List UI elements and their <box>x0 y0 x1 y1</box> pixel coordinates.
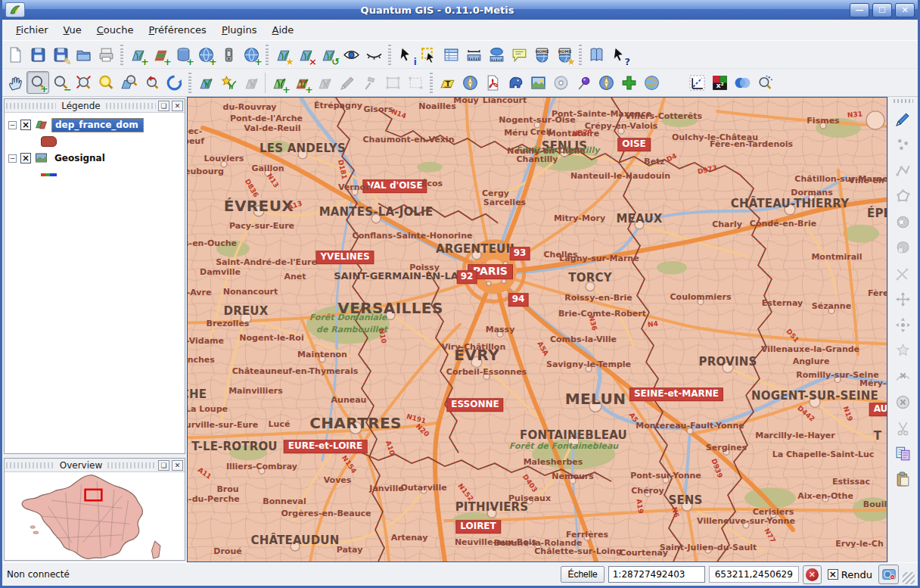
grass-add-raster-layer-button[interactable]: + <box>291 71 313 94</box>
overview-map[interactable] <box>5 472 185 560</box>
layer-name[interactable]: Geosignal <box>51 152 110 165</box>
add-to-overview-button[interactable]: ↺ <box>317 43 340 66</box>
plugin-mapserver-export-button[interactable] <box>504 71 527 94</box>
capture-point-button[interactable] <box>892 134 915 156</box>
projection-button[interactable] <box>878 565 899 584</box>
menu-plugins[interactable]: Plugins <box>214 20 265 39</box>
zoom-to-layer-button[interactable] <box>117 71 140 94</box>
cut-features-button[interactable] <box>892 417 915 439</box>
measure-line-button[interactable] <box>462 43 485 66</box>
legend-layer-geosignal[interactable]: −×Geosignal <box>6 149 183 167</box>
legend-drag-handle[interactable] <box>6 103 56 109</box>
render-checkbox-box[interactable]: × <box>828 569 838 580</box>
copy-features-button[interactable] <box>892 443 915 465</box>
right-toolbar-grip[interactable] <box>894 99 913 103</box>
plugin-globe-button[interactable] <box>640 71 663 94</box>
pan-map-button[interactable] <box>4 71 26 94</box>
zoom-in-button[interactable]: + <box>26 71 49 94</box>
refresh-map-button[interactable] <box>163 71 185 94</box>
capture-line-button[interactable] <box>892 160 915 182</box>
map-canvas[interactable]: ÉVREUXVERSAILLESÉVRYCHARTRESMELUNLES AND… <box>187 97 887 562</box>
plugin-compass-2-button[interactable] <box>595 71 617 94</box>
legend-close-button[interactable]: ✕ <box>172 101 183 111</box>
show-bookmarks-button[interactable]: HOME <box>530 43 553 66</box>
plugin-interpolation-button[interactable] <box>549 71 572 94</box>
open-project-button[interactable] <box>72 43 95 66</box>
plugin-north-arrow-button[interactable] <box>458 71 481 94</box>
grass-edit-layer-button[interactable] <box>336 71 359 94</box>
close-button[interactable]: ✕ <box>895 3 915 17</box>
overview-close-button[interactable]: ✕ <box>172 460 183 471</box>
add-vector-layer-button[interactable]: + <box>126 43 149 66</box>
print-map-button[interactable] <box>95 43 117 66</box>
map-tips-button[interactable] <box>508 43 530 66</box>
zoom-to-selection-button[interactable] <box>95 71 117 94</box>
grass-new-mapset-button[interactable] <box>217 71 240 94</box>
plugin-label-tool-button[interactable]: T <box>436 71 458 94</box>
maximize-button[interactable]: ☐ <box>872 3 892 17</box>
scale-input[interactable] <box>608 566 705 583</box>
move-vertex-button[interactable] <box>892 314 915 336</box>
identify-features-button[interactable]: i <box>394 43 417 66</box>
overview-title-bar[interactable]: Overview ❏ ✕ <box>5 459 185 472</box>
grass-add-vector-layer-button[interactable]: + <box>268 71 291 94</box>
grass-open-tools-button[interactable] <box>313 71 336 94</box>
delete-vertex-button[interactable] <box>892 366 915 387</box>
move-feature-button[interactable] <box>892 288 915 310</box>
plugin-graph-button[interactable] <box>685 71 708 94</box>
plugin-blend-button[interactable] <box>731 71 754 94</box>
add-vertex-button[interactable] <box>892 340 915 362</box>
overview-drag-handle-2[interactable] <box>107 462 156 468</box>
scale-button[interactable]: Échelle <box>561 566 604 583</box>
tree-expander-icon[interactable]: − <box>8 121 17 129</box>
add-postgis-layer-button[interactable]: + <box>172 43 194 66</box>
hide-all-layers-button[interactable] <box>362 43 385 66</box>
plugin-add-layer-button[interactable] <box>617 71 640 94</box>
save-project-button[interactable] <box>26 43 49 66</box>
minimize-button[interactable]: — <box>850 3 869 17</box>
add-wms-layer-button[interactable]: + <box>194 43 217 66</box>
help-contents-button[interactable] <box>585 43 608 66</box>
grass-region-display-button[interactable] <box>381 71 404 94</box>
toggle-editing-button[interactable] <box>892 108 915 130</box>
menu-aide[interactable]: Aide <box>264 20 301 39</box>
grass-open-mapset-button[interactable] <box>194 71 217 94</box>
zoom-out-button[interactable]: − <box>49 71 72 94</box>
add-island-button[interactable] <box>892 237 915 259</box>
grass-region-edit-box-button[interactable] <box>404 71 427 94</box>
legend-layer-dep-france-dom[interactable]: −×dep_france_dom <box>6 116 183 134</box>
resize-grip[interactable] <box>903 572 915 584</box>
raster-calculator-button[interactable]: x² <box>708 71 731 94</box>
title-bar[interactable]: Quantum GIS - 0.11.0-Metis — ☐ ✕ <box>2 0 918 20</box>
delete-selected-button[interactable] <box>892 391 915 413</box>
layer-checkbox[interactable]: × <box>20 153 31 163</box>
add-wfs-layer-button[interactable]: + <box>240 43 263 66</box>
legend-float-button[interactable]: ❏ <box>158 101 169 111</box>
legend-drag-handle-2[interactable] <box>106 103 156 109</box>
menu-couche[interactable]: Couche <box>89 20 141 39</box>
open-attribute-table-button[interactable] <box>440 43 462 66</box>
render-checkbox[interactable]: × Rendu <box>825 569 875 580</box>
legend-title-bar[interactable]: Légende ❏ ✕ <box>5 99 185 113</box>
gps-tools-button[interactable] <box>217 43 240 66</box>
show-all-layers-button[interactable] <box>340 43 362 66</box>
stop-render-button[interactable]: ✕ <box>803 565 822 584</box>
plugin-quick-print-pdf-button[interactable] <box>481 71 504 94</box>
whats-this-button[interactable]: ? <box>608 43 630 66</box>
grass-close-mapset-button[interactable] <box>240 71 263 94</box>
menu-pr-f-rences[interactable]: Préférences <box>141 20 213 39</box>
zoom-full-extent-button[interactable] <box>72 71 95 94</box>
plugin-image-export-button[interactable] <box>527 71 549 94</box>
capture-polygon-button[interactable] <box>892 185 915 207</box>
new-project-button[interactable] <box>4 43 26 66</box>
paste-features-button[interactable] <box>892 468 915 490</box>
measure-area-button[interactable] <box>485 43 508 66</box>
save-project-as-button[interactable]: ✎ <box>49 43 72 66</box>
zoom-last-button[interactable] <box>140 71 163 94</box>
overview-drag-handle[interactable] <box>6 462 54 468</box>
new-vector-layer-button[interactable]: ★ <box>272 43 294 66</box>
menu-fichier[interactable]: Fichier <box>8 20 56 39</box>
tree-expander-icon[interactable]: − <box>8 154 17 163</box>
layer-checkbox[interactable]: × <box>20 120 31 130</box>
grass-edit-region-button[interactable] <box>359 71 381 94</box>
